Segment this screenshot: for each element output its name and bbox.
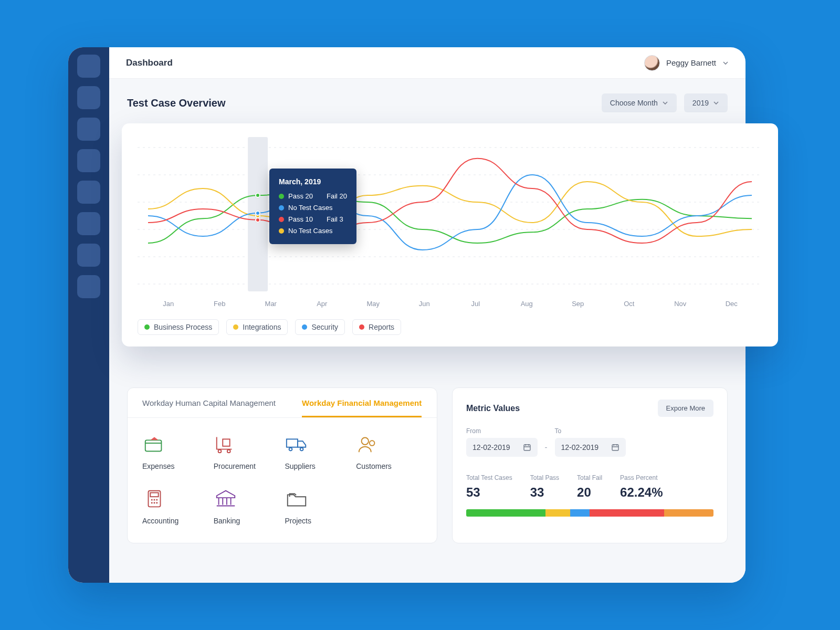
x-tick: Dec	[706, 300, 758, 308]
tile-procurement[interactable]: Procurement	[214, 434, 280, 470]
nav-item-7[interactable]	[77, 244, 100, 267]
nav-item-1[interactable]	[77, 55, 100, 78]
folder-icon	[285, 488, 309, 509]
tile-label: Banking	[214, 517, 240, 525]
calendar-icon	[523, 443, 531, 452]
user-menu[interactable]: Peggy Barnett	[644, 55, 729, 71]
bank-icon	[214, 488, 238, 509]
x-tick: Jun	[399, 300, 450, 308]
tile-suppliers[interactable]: Suppliers	[285, 434, 351, 470]
stat-total-fail: Total Fail 20	[577, 472, 602, 500]
nav-item-3[interactable]	[77, 118, 100, 141]
month-select-label: Choose Month	[610, 99, 658, 107]
to-date-value: 12-02-2019	[561, 443, 599, 452]
bar-seg-yellow	[545, 509, 570, 517]
legend-integrations[interactable]: Integrations	[226, 319, 288, 335]
users-icon	[356, 434, 380, 455]
tab-financial[interactable]: Workday Financial Management	[302, 398, 422, 417]
svg-point-6	[300, 448, 303, 451]
to-label: To	[555, 427, 626, 435]
legend-label: Reports	[369, 323, 394, 331]
svg-point-8	[370, 440, 375, 446]
calculator-icon	[142, 488, 166, 509]
tile-expenses[interactable]: Expenses	[142, 434, 208, 470]
overview-filters: Choose Month 2019	[602, 93, 728, 112]
x-tick: Nov	[655, 300, 706, 308]
nav-item-6[interactable]	[77, 212, 100, 235]
to-date-input[interactable]: 12-02-2019	[555, 438, 626, 457]
nav-item-5[interactable]	[77, 181, 100, 204]
x-axis: JanFebMarAprMayJunJulAugSepOctNovDec	[138, 295, 762, 308]
wallet-icon	[142, 434, 166, 455]
legend-business-process[interactable]: Business Process	[138, 319, 219, 335]
tile-customers[interactable]: Customers	[356, 434, 422, 470]
tabs: Workday Human Capital Management Workday…	[128, 388, 437, 418]
tile-label: Accounting	[142, 517, 178, 525]
tile-grid: Expenses Procurement Suppliers Cust	[128, 418, 437, 543]
tab-hcm[interactable]: Workday Human Capital Management	[142, 398, 276, 417]
x-tick: Feb	[194, 300, 246, 308]
svg-point-11	[151, 499, 153, 500]
nav-item-2[interactable]	[77, 86, 100, 109]
x-tick: Sep	[552, 300, 604, 308]
tile-banking[interactable]: Banking	[214, 488, 280, 525]
nav-item-4[interactable]	[77, 149, 100, 172]
from-label: From	[466, 427, 538, 435]
month-select[interactable]: Choose Month	[602, 93, 677, 112]
overview-title: Test Case Overview	[127, 97, 226, 109]
chart-svg	[138, 137, 762, 295]
svg-rect-18	[612, 445, 618, 450]
x-tick: Jan	[143, 300, 194, 308]
explore-more-button[interactable]: Expore More	[658, 400, 713, 417]
stat-value: 33	[530, 485, 559, 500]
svg-point-16	[156, 502, 158, 503]
tile-projects[interactable]: Projects	[285, 488, 351, 525]
chart-tooltip: March, 2019Pass 20Fail 20No Test CasesPa…	[269, 169, 356, 244]
legend-security[interactable]: Security	[295, 319, 345, 335]
chevron-down-icon	[662, 100, 668, 106]
stat-total-cases: Total Test Cases 53	[466, 472, 512, 500]
nav-item-8[interactable]	[77, 275, 100, 298]
overview-header: Test Case Overview Choose Month 2019	[109, 79, 746, 125]
bar-seg-blue	[570, 509, 590, 517]
range-separator: -	[545, 443, 548, 457]
management-card: Workday Human Capital Management Workday…	[127, 387, 437, 543]
avatar	[644, 55, 660, 71]
trolley-icon	[214, 434, 238, 455]
metrics-card: Metric Values Expore More From 12-02-201…	[452, 387, 728, 543]
stat-label: Total Fail	[577, 474, 602, 481]
svg-point-14	[151, 502, 153, 503]
date-range: From 12-02-2019 - To 12-02-2019	[466, 427, 713, 457]
dot-icon	[233, 324, 238, 330]
svg-point-15	[153, 502, 155, 503]
stat-total-pass: Total Pass 33	[530, 472, 559, 500]
breadcrumb: Dashboard	[126, 58, 173, 68]
svg-rect-17	[524, 445, 530, 450]
stat-value: 53	[466, 485, 512, 500]
chart-marker	[255, 211, 260, 216]
x-tick: Apr	[297, 300, 348, 308]
legend-reports[interactable]: Reports	[352, 319, 401, 335]
from-date-input[interactable]: 12-02-2019	[466, 438, 538, 457]
svg-rect-10	[150, 493, 158, 497]
metrics-title: Metric Values	[466, 404, 520, 413]
chart-plot[interactable]: March, 2019Pass 20Fail 20No Test CasesPa…	[138, 137, 762, 295]
tile-accounting[interactable]: Accounting	[142, 488, 208, 525]
x-tick: Oct	[604, 300, 655, 308]
chevron-down-icon	[713, 100, 719, 106]
stat-label: Total Pass	[530, 474, 559, 481]
chart-marker	[255, 217, 260, 223]
legend-label: Integrations	[243, 323, 281, 331]
user-name: Peggy Barnett	[666, 58, 716, 67]
svg-point-3	[227, 450, 230, 453]
year-select-label: 2019	[692, 99, 709, 107]
tile-label: Expenses	[142, 462, 174, 470]
tile-label: Procurement	[214, 462, 256, 470]
year-select[interactable]: 2019	[684, 93, 728, 112]
sidebar	[68, 47, 109, 583]
stat-value: 20	[577, 485, 602, 500]
calendar-icon	[611, 443, 620, 452]
svg-rect-0	[145, 440, 162, 451]
chevron-down-icon	[722, 60, 729, 66]
dot-icon	[359, 324, 364, 330]
